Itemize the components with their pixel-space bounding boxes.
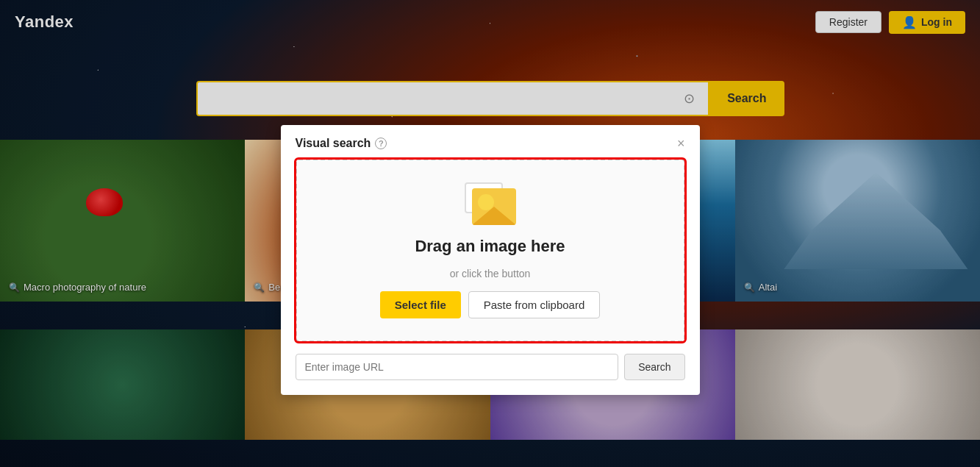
url-input[interactable]: [296, 354, 619, 380]
img-icon-mountain: [472, 207, 516, 225]
visual-search-modal: Visual search ? × Drag an image here or …: [281, 125, 700, 395]
paste-clipboard-button[interactable]: Paste from clipboard: [468, 291, 601, 318]
drag-text: Drag an image here: [415, 237, 565, 256]
drop-buttons: Select file Paste from clipboard: [380, 291, 601, 318]
img-icon-bg: [472, 188, 516, 225]
modal-header: Visual search ? ×: [296, 137, 685, 150]
select-file-button[interactable]: Select file: [380, 291, 461, 318]
url-search-button[interactable]: Search: [624, 354, 684, 380]
drop-zone[interactable]: Drag an image here or click the button S…: [296, 159, 685, 342]
or-text: or click the button: [450, 268, 531, 279]
modal-title: Visual search ?: [296, 137, 387, 150]
url-row: Search: [296, 354, 685, 380]
help-icon[interactable]: ?: [375, 138, 387, 149]
modal-title-text: Visual search: [296, 137, 371, 150]
close-button[interactable]: ×: [677, 137, 685, 150]
image-placeholder-icon: [465, 182, 516, 225]
